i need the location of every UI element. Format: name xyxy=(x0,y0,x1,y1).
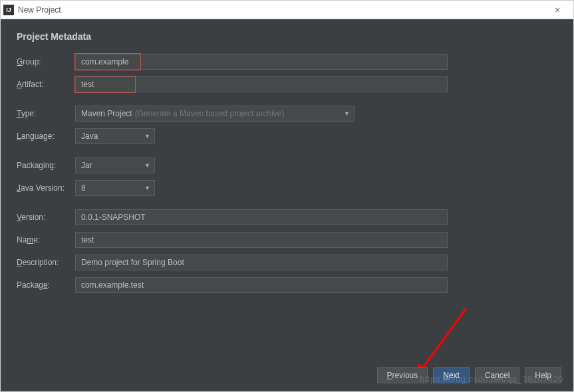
description-input[interactable] xyxy=(75,254,448,270)
chevron-down-icon: ▼ xyxy=(144,133,150,140)
label-artifact: Artifact: xyxy=(17,80,75,89)
row-type: Type: Maven Project(Generate a Maven bas… xyxy=(17,106,557,122)
packaging-dropdown[interactable]: Jar ▼ xyxy=(75,157,155,173)
row-java-version: Java Version: 8 ▼ xyxy=(17,180,557,196)
row-group: Group: xyxy=(17,54,557,70)
packaging-value: Jar xyxy=(81,161,138,170)
language-dropdown[interactable]: Java ▼ xyxy=(75,128,155,144)
label-java-version: Java Version: xyxy=(17,183,75,193)
row-language: Language: Java ▼ xyxy=(17,128,557,144)
chevron-down-icon: ▼ xyxy=(344,110,350,117)
button-bar: Previous Next Cancel Help xyxy=(377,367,561,383)
language-value: Java xyxy=(81,132,138,141)
label-packaging: Packaging: xyxy=(17,161,75,170)
java-version-value: 8 xyxy=(81,183,138,193)
artifact-input[interactable] xyxy=(75,76,448,92)
package-input[interactable] xyxy=(75,277,448,293)
app-icon: IJ xyxy=(3,5,14,15)
row-version: Version: xyxy=(17,209,557,225)
svg-line-0 xyxy=(416,308,466,377)
row-artifact: Artifact: xyxy=(17,76,557,92)
row-description: Description: xyxy=(17,254,557,270)
chevron-down-icon: ▼ xyxy=(144,162,150,169)
row-name: Name: xyxy=(17,232,557,248)
window-title: New Project xyxy=(18,5,544,15)
label-version: Version: xyxy=(17,213,75,222)
chevron-down-icon: ▼ xyxy=(144,185,150,191)
group-input[interactable] xyxy=(75,54,448,70)
section-heading: Project Metadata xyxy=(17,31,557,42)
close-icon[interactable]: × xyxy=(544,1,571,19)
type-dropdown[interactable]: Maven Project(Generate a Maven based pro… xyxy=(75,106,355,122)
content-area: Project Metadata Group: Artifact: Type: … xyxy=(1,19,573,391)
row-package: Package: xyxy=(17,277,557,293)
label-description: Description: xyxy=(17,258,75,267)
cancel-button[interactable]: Cancel xyxy=(475,367,519,383)
version-input[interactable] xyxy=(75,209,448,225)
label-language: Language: xyxy=(17,132,75,141)
type-value: Maven Project xyxy=(81,109,132,118)
label-group: Group: xyxy=(17,57,75,66)
help-button[interactable]: Help xyxy=(525,367,561,383)
label-type: Type: xyxy=(17,109,75,118)
new-project-window: IJ New Project × Project Metadata Group:… xyxy=(0,0,574,392)
label-package: Package: xyxy=(17,280,75,290)
java-version-dropdown[interactable]: 8 ▼ xyxy=(75,180,155,196)
titlebar: IJ New Project × xyxy=(1,1,573,19)
next-button[interactable]: Next xyxy=(433,367,470,383)
name-input[interactable] xyxy=(75,232,448,248)
label-name: Name: xyxy=(17,235,75,245)
row-packaging: Packaging: Jar ▼ xyxy=(17,157,557,173)
type-hint: (Generate a Maven based project archive) xyxy=(135,109,285,118)
previous-button[interactable]: Previous xyxy=(377,367,428,383)
